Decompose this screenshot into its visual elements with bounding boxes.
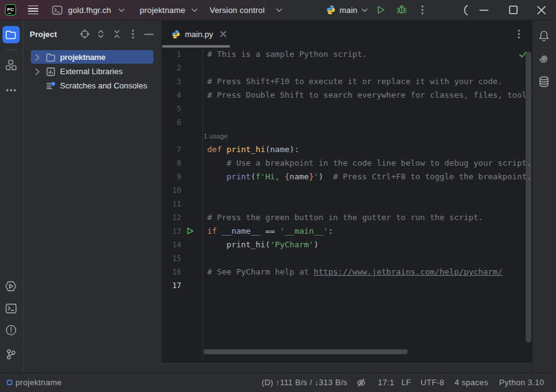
services-hexagon-play-icon [5, 281, 17, 292]
line-number[interactable]: 13 [161, 224, 181, 238]
structure-toolwindow-button[interactable] [2, 56, 19, 74]
code-line-17: 17 [161, 279, 532, 292]
project-panel-title: Project [30, 30, 57, 39]
run-configuration[interactable]: main [326, 0, 368, 20]
line-number[interactable]: 1 [161, 48, 181, 61]
chevron-right-icon[interactable] [32, 67, 42, 77]
code-text: # Use a breakpoint in the code line belo… [207, 156, 531, 170]
window-close-button[interactable] [533, 0, 549, 20]
pycharm-window: PC gold.fhgr.ch projektname Version cont… [0, 0, 556, 392]
problems-toolwindow-button[interactable] [2, 322, 19, 339]
more-tool-windows-button[interactable] [2, 82, 19, 99]
python-logo-icon [326, 5, 336, 15]
interpreter-widget[interactable]: Python 3.10 [499, 378, 544, 387]
statusbar-module-widget[interactable]: projektname [7, 373, 62, 392]
scratch-icon [46, 81, 56, 91]
line-number[interactable]: 8 [161, 156, 181, 170]
code-text: def print_hi(name): [207, 143, 299, 156]
code-text: # Press Double Shift to search everywher… [207, 88, 532, 102]
line-number[interactable]: 15 [161, 252, 181, 265]
line-number[interactable]: 12 [161, 211, 181, 224]
indent-widget[interactable]: 4 spaces [455, 378, 488, 387]
code-editor[interactable]: 1# This is a sample Python script.23# Pr… [161, 48, 532, 362]
vcs-widget-label: Version control [210, 6, 265, 15]
encoding-widget[interactable]: UTF-8 [421, 378, 444, 387]
gutter-blank [181, 238, 207, 252]
line-number[interactable]: 14 [161, 238, 181, 252]
editor-tab-main-py[interactable]: main.py [161, 20, 234, 48]
ai-spiral-icon [538, 53, 549, 64]
code-line-16: 16# See PyCharm help at https://www.jetb… [161, 265, 532, 279]
kebab-icon [421, 5, 424, 15]
project-toolwindow-button[interactable] [2, 26, 19, 43]
gutter-blank [181, 102, 207, 116]
window-minimize-button[interactable] [476, 0, 492, 20]
debug-button[interactable] [395, 0, 408, 20]
more-actions-button[interactable] [417, 0, 428, 20]
tab-close-icon[interactable] [219, 30, 228, 38]
ellipsis-icon [5, 89, 16, 92]
line-number[interactable]: 5 [161, 102, 181, 116]
project-tree: projektnameExternal LibrariesScratches a… [24, 50, 161, 93]
line-separator-widget[interactable]: LF [401, 378, 411, 387]
notifications-button[interactable] [538, 30, 549, 41]
panel-options-icon[interactable] [128, 29, 138, 39]
line-number[interactable]: 17 [161, 279, 181, 292]
caret-position-widget[interactable]: 17:1 [378, 378, 395, 387]
horizontal-scrollbar[interactable] [203, 349, 408, 354]
line-number[interactable]: 2 [161, 61, 181, 75]
line-number[interactable]: 4 [161, 88, 181, 102]
line-number[interactable]: 7 [161, 143, 181, 156]
run-icon [376, 5, 386, 15]
run-button[interactable] [375, 0, 387, 20]
editor-bottom-strip [161, 362, 532, 372]
tree-item-projektname[interactable]: projektname [24, 50, 161, 64]
pycharm-logo-icon[interactable]: PC [5, 4, 16, 15]
comment-hyperlink[interactable]: https://www.jetbrains.com/help/pycharm/ [314, 267, 502, 276]
tree-item-external-libraries[interactable]: External Libraries [24, 64, 161, 79]
code-line-15: 15 [161, 252, 532, 265]
tree-item-scratches-and-consoles[interactable]: Scratches and Consoles [24, 79, 161, 93]
gutter-blank [181, 129, 207, 143]
ai-assistant-button[interactable] [538, 53, 549, 64]
code-text: # Press the green button in the gutter t… [207, 211, 483, 224]
chevron-down-icon [361, 8, 368, 12]
main-menu-button[interactable] [27, 4, 38, 16]
line-number[interactable]: 9 [161, 170, 181, 184]
line-number[interactable]: 11 [161, 197, 181, 211]
vcs-toolwindow-button[interactable] [2, 346, 19, 363]
chevron-down-icon [191, 8, 198, 12]
run-line-icon[interactable] [181, 224, 207, 238]
window-shade-button[interactable] [458, 0, 472, 20]
tabbar-options-icon[interactable] [514, 29, 524, 39]
code-line-10: 10 [161, 184, 532, 197]
chevron-placeholder [32, 81, 42, 91]
code-line-9: 9 print(f'Hi, {name}') # Press Ctrl+F8 t… [161, 170, 532, 184]
highlighting-off-icon[interactable] [356, 378, 366, 387]
line-number[interactable]: 6 [161, 116, 181, 129]
database-button[interactable] [538, 76, 549, 87]
run-config-label: main [340, 6, 357, 15]
line-number[interactable]: 3 [161, 75, 181, 88]
gutter-blank [181, 75, 207, 88]
hide-panel-icon[interactable] [144, 29, 154, 39]
tree-item-label: Scratches and Consoles [60, 81, 147, 90]
expand-all-icon[interactable] [96, 29, 106, 39]
collapse-all-icon[interactable] [112, 29, 122, 39]
project-panel: Project [24, 20, 161, 372]
code-line-7: 7def print_hi(name): [161, 143, 532, 156]
vcs-widget[interactable]: Version control [210, 0, 283, 20]
terminal-toolwindow-button[interactable] [2, 300, 19, 317]
vertical-scrollbar[interactable] [526, 52, 531, 343]
project-switcher[interactable]: gold.fhgr.ch [68, 0, 125, 20]
network-speed-widget[interactable]: (D) ↑111 B/s / ↓313 B/s [262, 378, 348, 387]
module-selector[interactable]: projektname [140, 0, 198, 20]
window-maximize-button[interactable] [505, 0, 521, 20]
line-number[interactable]: 16 [161, 265, 181, 279]
line-number[interactable]: 10 [161, 184, 181, 197]
chevron-right-icon[interactable] [32, 53, 42, 62]
locate-file-icon[interactable] [80, 29, 90, 39]
code-line-12: 12# Press the green button in the gutter… [161, 211, 532, 224]
main-toolbar: PC gold.fhgr.ch projektname Version cont… [0, 0, 556, 20]
services-toolwindow-button[interactable] [2, 278, 19, 295]
